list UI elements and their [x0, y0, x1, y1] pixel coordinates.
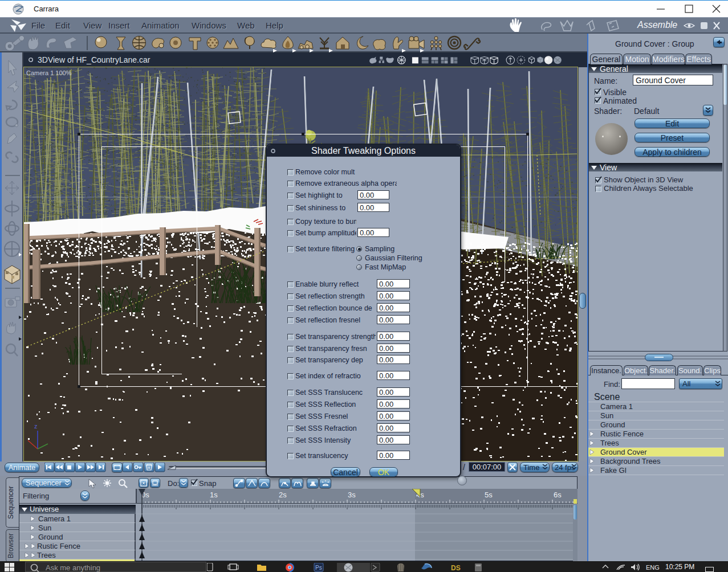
svg-text:1s: 1s	[210, 491, 218, 499]
svg-text:ENG: ENG	[646, 564, 660, 571]
svg-text:Ps: Ps	[315, 565, 322, 571]
svg-text:5s: 5s	[485, 491, 493, 499]
svg-text:2s: 2s	[279, 491, 287, 499]
svg-text:6s: 6s	[554, 491, 562, 499]
svg-text:DS: DS	[451, 564, 461, 572]
svg-text:3s: 3s	[348, 491, 356, 499]
